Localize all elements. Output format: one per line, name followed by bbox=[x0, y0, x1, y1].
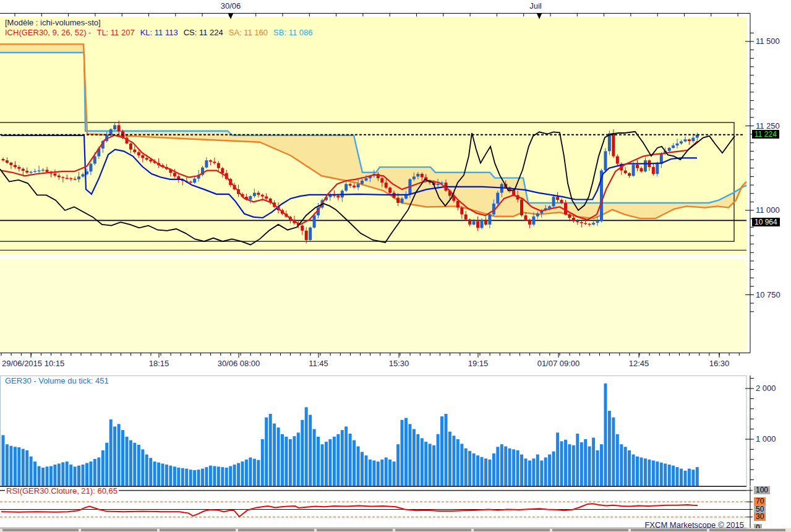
price-tick-label: 11 500 bbox=[756, 37, 780, 46]
price-badge: 10 964 bbox=[752, 218, 780, 226]
time-tick-label: 19:15 bbox=[468, 359, 489, 368]
scrollbar-segment[interactable] bbox=[709, 529, 785, 531]
chart-canvas[interactable] bbox=[0, 0, 791, 532]
indicator-value: KL: 11 113 bbox=[140, 28, 178, 37]
scrollbar-segment[interactable] bbox=[81, 529, 157, 531]
volume-tick-label: 1 000 bbox=[756, 435, 776, 444]
model-label: [Modèle : ichi-volumes-sto] bbox=[5, 19, 101, 27]
price-tick-label: 11 250 bbox=[756, 122, 780, 131]
volume-tick-label: 2 000 bbox=[756, 384, 776, 393]
top-date-label: 30/06 bbox=[221, 2, 241, 11]
scrollbar-segment[interactable] bbox=[2, 529, 79, 531]
price-badge: 11 224 bbox=[752, 130, 779, 139]
indicator-value: SA: 11 160 bbox=[229, 28, 268, 37]
time-tick-label: 11:45 bbox=[309, 359, 328, 368]
time-tick-label: 30/06 08:00 bbox=[218, 359, 260, 368]
indicator-value: ICH(GER30, 9, 26, 52) - bbox=[5, 28, 91, 37]
volume-label: GER30 - Volume du tick: bbox=[5, 376, 93, 385]
scrollbar-segment[interactable] bbox=[552, 529, 628, 531]
trading-app-window: 30/06Juil [Modèle : ichi-volumes-sto] IC… bbox=[0, 0, 791, 532]
time-tick-label: 18:15 bbox=[149, 359, 169, 368]
rsi-value: 60,65 bbox=[97, 486, 118, 496]
indicator-value: SB: 11 086 bbox=[273, 28, 312, 37]
scrollbar-segment[interactable] bbox=[474, 529, 550, 531]
rsi-level-badge: 100 bbox=[754, 486, 770, 494]
scrollbar-segment[interactable] bbox=[395, 529, 471, 531]
volume-value: 451 bbox=[95, 376, 109, 385]
scrollbar-segment[interactable] bbox=[317, 529, 393, 531]
rsi-level-badge: 30 bbox=[754, 513, 766, 521]
rsi-label: RSI(GER30.Cloture, 21): bbox=[6, 486, 95, 496]
indicator-value: TL: 11 207 bbox=[96, 28, 134, 37]
indicator-value: CS: 11 224 bbox=[184, 28, 223, 37]
scrollbar-segment[interactable] bbox=[631, 529, 707, 531]
scrollbar-segment[interactable] bbox=[160, 529, 236, 531]
time-tick-label: 16:30 bbox=[709, 359, 730, 368]
scrollbar-segment[interactable] bbox=[238, 529, 314, 531]
horizontal-scrollbar[interactable] bbox=[0, 528, 791, 532]
time-tick-label: 01/07 09:00 bbox=[537, 359, 580, 368]
price-tick-label: 11 000 bbox=[756, 206, 780, 215]
time-tick-label: 15:30 bbox=[389, 359, 409, 368]
time-tick-label: 29/06/2015 10:15 bbox=[2, 359, 64, 368]
price-tick-label: 10 750 bbox=[756, 291, 780, 299]
top-date-label: Juil bbox=[529, 2, 542, 11]
time-tick-label: 12:45 bbox=[629, 359, 649, 368]
volume-legend: GER30 - Volume du tick: 451 bbox=[5, 377, 109, 385]
rsi-legend: RSI(GER30.Cloture, 21): 60,65 bbox=[5, 487, 119, 496]
ichimoku-legend: ICH(GER30, 9, 26, 52) -TL: 11 207KL: 11 … bbox=[5, 28, 318, 37]
